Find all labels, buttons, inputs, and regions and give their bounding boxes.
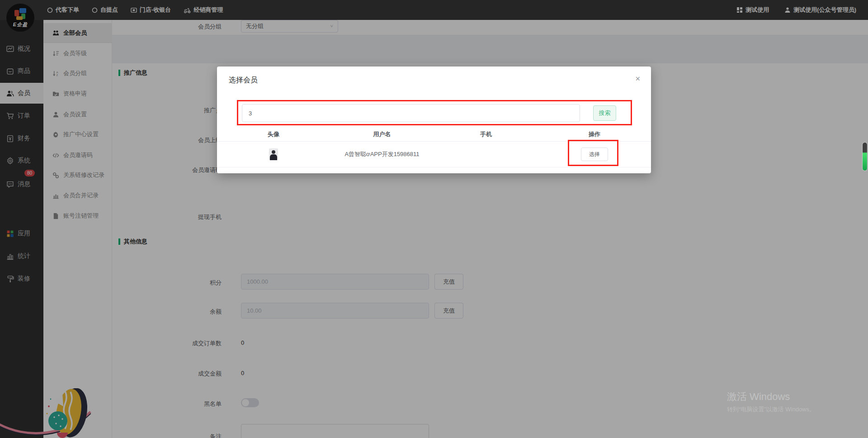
member-avatar [269, 148, 278, 160]
col-header-avatar: 头像 [217, 130, 330, 138]
member-table: 头像 用户名 手机 操作 A曾智聪ơAPP开发15986811 选择 [217, 128, 651, 167]
col-header-action: 操作 [538, 130, 651, 138]
table-row: A曾智聪ơAPP开发15986811 选择 [217, 141, 651, 167]
select-member-modal: 选择会员 × 搜索 头像 用户名 手机 操作 A曾智聪ơAPP开发1598681… [217, 67, 651, 173]
modal-overlay[interactable] [0, 0, 868, 438]
col-header-phone: 手机 [434, 130, 538, 138]
modal-title: 选择会员 [229, 76, 258, 85]
search-button[interactable]: 搜索 [593, 105, 616, 121]
scroll-indicator[interactable] [863, 143, 867, 171]
table-header-row: 头像 用户名 手机 操作 [217, 128, 651, 141]
close-icon[interactable]: × [635, 75, 640, 83]
member-search-input[interactable] [242, 104, 580, 122]
select-member-button[interactable]: 选择 [581, 148, 608, 161]
app-screen: 会员分组 无分组 ˅ 推广信息 推广员 会员上级 会员邀请码 提现手机 其他信息… [0, 0, 868, 438]
col-header-username: 用户名 [330, 130, 434, 138]
member-username: A曾智聪ơAPP开发15986811 [330, 150, 434, 158]
